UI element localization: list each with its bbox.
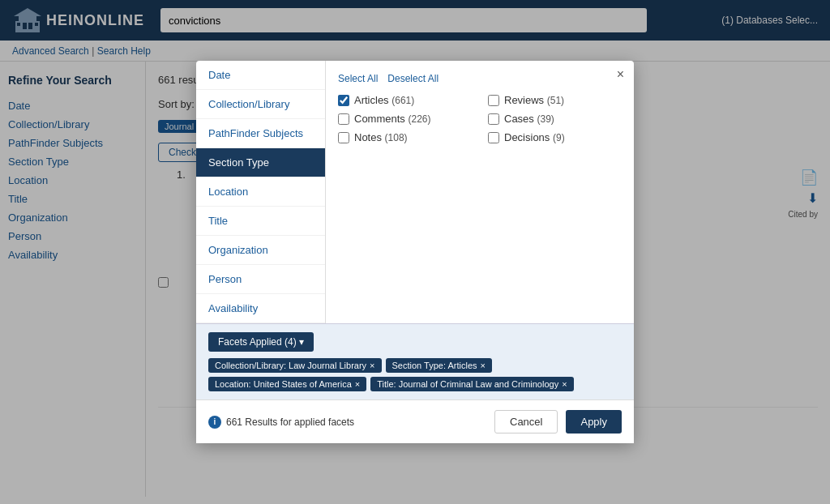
facet-remove-library[interactable]: × [370, 361, 374, 370]
checkbox-reviews-label: Reviews (51) [504, 94, 564, 106]
modal-nav-location[interactable]: Location [196, 177, 325, 207]
facets-applied-bar: Facets Applied (4) ▾ Collection/Library:… [196, 323, 634, 399]
checkbox-articles-input[interactable] [338, 95, 349, 106]
select-deselect-row: Select All Deselect All [338, 73, 622, 84]
checkbox-decisions: Decisions (9) [488, 131, 622, 143]
facet-tag-library[interactable]: Collection/Library: Law Journal Library … [208, 358, 382, 373]
facets-applied-button[interactable]: Facets Applied (4) ▾ [208, 332, 314, 352]
select-all-link[interactable]: Select All [338, 73, 378, 84]
modal-close-button[interactable]: × [617, 67, 624, 82]
page-container: HEINONLINE (1) Databases Selec... Advanc… [0, 0, 830, 504]
modal-footer-buttons: Cancel Apply [494, 410, 622, 434]
apply-button[interactable]: Apply [566, 410, 622, 434]
modal-footer: i 661 Results for applied facets Cancel … [196, 399, 634, 443]
modal-nav-date[interactable]: Date [196, 61, 325, 90]
deselect-all-link[interactable]: Deselect All [387, 73, 439, 84]
checkbox-cases-input[interactable] [488, 113, 499, 125]
modal-body: Date Collection/Library PathFinder Subje… [196, 61, 634, 323]
modal-nav-availability[interactable]: Availability [196, 294, 325, 323]
info-icon: i [208, 416, 221, 429]
checkbox-grid: Articles (661) Reviews (51) Comments (22… [338, 94, 622, 143]
modal-nav-title[interactable]: Title [196, 207, 325, 236]
modal-nav-person[interactable]: Person [196, 265, 325, 294]
modal-nav-collection[interactable]: Collection/Library [196, 90, 325, 119]
facets-tags: Collection/Library: Law Journal Library … [208, 358, 622, 391]
checkbox-comments-label: Comments (226) [354, 113, 430, 125]
checkbox-reviews-input[interactable] [488, 95, 499, 106]
modal-nav: Date Collection/Library PathFinder Subje… [196, 61, 326, 323]
cancel-button[interactable]: Cancel [494, 410, 558, 434]
checkbox-notes-input[interactable] [338, 132, 349, 143]
modal-content-area: Select All Deselect All Articles (661) R… [326, 61, 634, 323]
facet-tag-section-type[interactable]: Section Type: Articles × [386, 358, 492, 373]
facet-remove-title[interactable]: × [562, 379, 567, 389]
modal-nav-pathfinder[interactable]: PathFinder Subjects [196, 119, 325, 148]
checkbox-articles-label: Articles (661) [354, 94, 414, 106]
checkbox-notes-label: Notes (108) [354, 131, 408, 143]
checkbox-notes: Notes (108) [338, 131, 472, 143]
checkbox-articles: Articles (661) [338, 94, 472, 106]
modal-dialog: × Date Collection/Library PathFinder Sub… [196, 61, 634, 443]
modal-nav-organization[interactable]: Organization [196, 236, 325, 265]
footer-results-text: 661 Results for applied facets [226, 416, 354, 428]
checkbox-reviews: Reviews (51) [488, 94, 622, 106]
checkbox-comments: Comments (226) [338, 113, 472, 125]
checkbox-cases: Cases (39) [488, 113, 622, 125]
checkbox-comments-input[interactable] [338, 113, 349, 125]
checkbox-decisions-label: Decisions (9) [504, 131, 565, 143]
checkbox-decisions-input[interactable] [488, 132, 499, 143]
modal-footer-info: i 661 Results for applied facets [208, 416, 354, 429]
facet-tag-location[interactable]: Location: United States of America × [208, 377, 366, 391]
checkbox-cases-label: Cases (39) [504, 113, 554, 125]
facet-remove-section[interactable]: × [481, 361, 486, 370]
facet-remove-location[interactable]: × [355, 379, 360, 389]
modal-nav-section-type[interactable]: Section Type [196, 148, 325, 177]
modal-overlay: × Date Collection/Library PathFinder Sub… [0, 0, 830, 504]
facet-tag-title[interactable]: Title: Journal of Criminal Law and Crimi… [370, 377, 573, 391]
